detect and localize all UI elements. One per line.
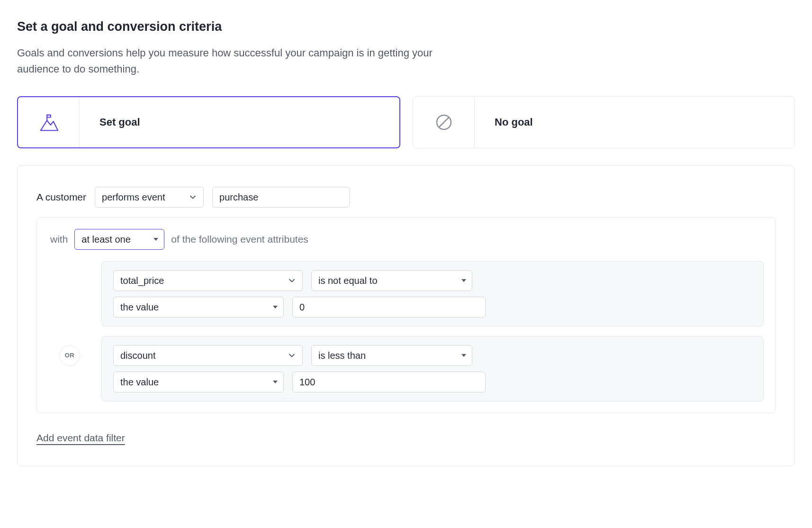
chevron-down-icon [287,351,297,360]
operator-value: is less than [318,348,366,363]
no-goal-label: No goal [475,97,794,148]
quantifier-value: at least one [81,232,130,246]
event-name-input[interactable]: purchase [212,187,350,208]
add-event-data-filter-link[interactable]: Add event data filter [36,430,125,446]
svg-marker-5 [461,354,466,357]
criteria-panel: A customer performs event purchase with … [17,165,795,467]
goal-type-tiles: Set goal No goal [17,96,795,148]
action-select[interactable]: performs event [95,187,204,208]
set-goal-label: Set goal [80,97,399,147]
goal-conversion-section: Set a goal and conversion criteria Goals… [0,0,812,495]
mountain-flag-icon [18,97,80,147]
criteria-lead-text: A customer [36,190,86,205]
page-description: Goals and conversions help you measure h… [17,45,443,77]
action-select-value: performs event [102,190,165,204]
event-attributes-panel: with at least one of the following event… [36,217,776,413]
page-title: Set a goal and conversion criteria [17,17,795,36]
triangle-down-icon [153,237,158,242]
filter-group: total_price is not equal to [101,261,764,327]
value-type-value: the value [120,300,159,314]
event-attributes-header: with at least one of the following event… [50,229,764,250]
value-type-select[interactable]: the value [113,297,284,318]
value-type-value: the value [120,375,159,389]
triangle-down-icon [273,380,278,384]
filters-list: total_price is not equal to [50,261,764,401]
no-goal-icon [413,97,475,148]
or-join-badge: OR [59,345,80,366]
quantifier-select[interactable]: at least one [74,229,164,250]
set-goal-tile[interactable]: Set goal [17,96,400,148]
value-text: 0 [299,300,305,314]
operator-select[interactable]: is less than [311,345,472,366]
value-input[interactable]: 100 [292,372,486,392]
chevron-down-icon [188,192,198,202]
no-goal-tile[interactable]: No goal [413,96,795,148]
triangle-down-icon [461,353,466,358]
chevron-down-icon [287,276,297,285]
event-name-value: purchase [219,190,258,204]
triangle-down-icon [273,305,278,310]
criteria-sentence: A customer performs event purchase [36,187,776,208]
svg-line-1 [439,118,449,127]
trailing-label: of the following event attributes [171,232,308,247]
attribute-select[interactable]: discount [113,345,303,366]
with-label: with [50,232,68,247]
operator-select[interactable]: is not equal to [311,270,472,291]
attribute-select[interactable]: total_price [113,270,303,291]
triangle-down-icon [461,278,466,283]
value-text: 100 [299,375,315,389]
value-type-select[interactable]: the value [113,372,284,392]
svg-marker-4 [273,306,278,309]
operator-value: is not equal to [318,273,378,288]
svg-marker-6 [273,381,278,383]
attribute-value: discount [120,348,156,363]
svg-marker-3 [461,279,466,282]
svg-marker-2 [153,238,158,241]
attribute-value: total_price [120,273,164,288]
filter-group: OR discount is less than [101,336,764,401]
value-input[interactable]: 0 [292,297,486,318]
